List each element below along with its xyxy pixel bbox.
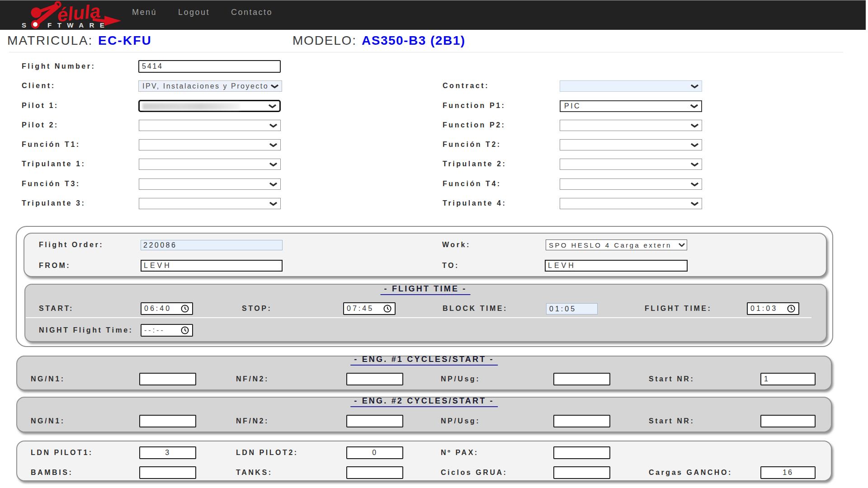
- svg-text:S: S: [22, 21, 31, 29]
- svg-text:FTWARE: FTWARE: [47, 21, 110, 29]
